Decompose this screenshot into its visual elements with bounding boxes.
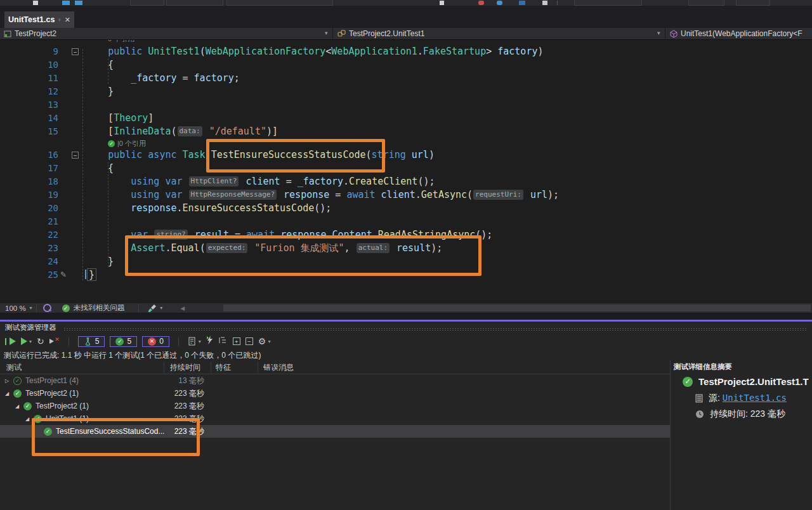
pin-icon[interactable] bbox=[58, 16, 60, 23]
toolbar-combobox-fragment[interactable] bbox=[130, 0, 164, 6]
details-pane-divider[interactable] bbox=[670, 360, 671, 510]
line-number: 17 bbox=[0, 162, 58, 175]
tab-unittest1[interactable]: UnitTest1.cs ✕ bbox=[4, 11, 74, 28]
code-token: EnsureSuccessStatusCode bbox=[183, 202, 315, 214]
toolbar-combobox-fragment[interactable] bbox=[688, 0, 724, 6]
column-separator[interactable] bbox=[164, 362, 164, 372]
test-list-header: 测试持续时间特征错误消息 bbox=[0, 360, 670, 374]
test-tree-row[interactable]: ✓TestEnsureSuccessStatusCod...223 毫秒 bbox=[0, 425, 670, 438]
column-header[interactable]: 持续时间 bbox=[170, 362, 200, 373]
fold-collapse-icon[interactable]: − bbox=[72, 48, 79, 55]
code-token: WebApplication1 bbox=[331, 46, 417, 57]
test-passed-icon: ✓ bbox=[13, 377, 22, 385]
zoom-level[interactable]: 100 % bbox=[5, 304, 26, 312]
document-health-icon[interactable] bbox=[43, 304, 51, 312]
toolbar-icon-fragment[interactable] bbox=[440, 1, 444, 5]
text-cursor bbox=[85, 270, 86, 279]
expanded-expander-icon[interactable]: ◢ bbox=[5, 391, 13, 396]
code-line[interactable]: 13 bbox=[0, 98, 812, 112]
toolbar-combobox-fragment[interactable] bbox=[574, 0, 642, 6]
close-icon[interactable]: ✕ bbox=[65, 16, 70, 24]
code-text: { bbox=[85, 162, 114, 175]
source-link[interactable]: UnitTest1.cs bbox=[723, 393, 787, 403]
code-line[interactable]: 20 response.EnsureSuccessStatusCode(); bbox=[0, 202, 812, 215]
filter-total-button[interactable]: 5 bbox=[78, 336, 105, 347]
run-all-tests-button[interactable] bbox=[5, 337, 16, 345]
code-line[interactable]: 23 Assert.Equal(expected: "Furion 集成测试",… bbox=[0, 242, 812, 255]
code-token: . bbox=[416, 189, 421, 200]
code-line[interactable]: 25✎} bbox=[0, 268, 812, 282]
column-separator[interactable] bbox=[211, 362, 211, 372]
chevron-down-icon[interactable]: ▾ bbox=[657, 30, 660, 36]
toolbar-combobox-fragment[interactable] bbox=[736, 0, 770, 6]
chevron-down-icon[interactable]: ▾ bbox=[199, 339, 201, 344]
scroll-left-icon[interactable]: ◀ bbox=[180, 305, 185, 311]
toolbar-icon-fragment[interactable] bbox=[75, 1, 82, 5]
separator bbox=[36, 304, 37, 312]
code-line[interactable]: 22 var string? result = await response.C… bbox=[0, 228, 812, 242]
code-editor[interactable]: 0 个引用9− public UnitTest1(WebApplicationF… bbox=[0, 40, 812, 303]
toolbar-combobox-fragment[interactable] bbox=[226, 0, 333, 6]
column-header[interactable]: 特征 bbox=[216, 362, 231, 373]
code-line[interactable]: 17 { bbox=[0, 162, 812, 175]
code-line[interactable]: 11 _factory = factory; bbox=[0, 72, 812, 85]
playlist-button[interactable]: ▾ bbox=[188, 337, 201, 346]
toolbar-icon-fragment[interactable] bbox=[497, 1, 502, 5]
code-line[interactable]: 12 } bbox=[0, 85, 812, 98]
column-header[interactable]: 错误消息 bbox=[263, 362, 294, 373]
expand-all-icon[interactable]: + bbox=[233, 337, 240, 345]
toolbar-icon-fragment[interactable] bbox=[542, 1, 547, 5]
toolbar-icon-fragment[interactable] bbox=[519, 1, 525, 5]
expanded-expander-icon[interactable]: ◢ bbox=[15, 403, 23, 409]
test-tree-row[interactable]: ◢✓TestProject2 (1)223 毫秒 bbox=[0, 387, 670, 400]
code-line[interactable]: 18 using var HttpClient? client = _facto… bbox=[0, 175, 812, 188]
code-text: response.EnsureSuccessStatusCode(); bbox=[85, 202, 331, 215]
settings-button[interactable]: ⚙ ▾ bbox=[258, 337, 271, 346]
collapse-all-icon[interactable]: − bbox=[246, 337, 253, 345]
chevron-down-icon[interactable]: ▾ bbox=[268, 339, 270, 344]
test-tree-row[interactable]: ◢✓UnitTest1 (1)223 毫秒 bbox=[0, 412, 670, 425]
clock-icon bbox=[695, 410, 704, 419]
test-tree-row[interactable]: ◢✓TestProject2 (1)223 毫秒 bbox=[0, 400, 670, 412]
codelens-references-link[interactable]: |0 个引用 bbox=[117, 139, 146, 148]
expanded-expander-icon[interactable]: ◢ bbox=[25, 416, 34, 422]
chevron-down-icon[interactable]: ▾ bbox=[160, 305, 162, 311]
toolbar-combobox-fragment[interactable] bbox=[166, 0, 223, 6]
group-by-icon[interactable] bbox=[219, 336, 228, 347]
live-unit-testing-icon[interactable] bbox=[206, 336, 214, 348]
test-tree-row[interactable]: ▷✓TestProject1 (4)13 毫秒 bbox=[0, 374, 670, 387]
breadcrumb-type-dropdown[interactable]: TestProject2.UnitTest1 bbox=[335, 28, 667, 39]
repeat-last-run-icon[interactable]: ↻ bbox=[37, 337, 44, 346]
toolbar-icon-fragment[interactable] bbox=[33, 1, 38, 5]
horizontal-scrollbar-thumb[interactable] bbox=[223, 304, 811, 311]
toolbar-icon-fragment[interactable] bbox=[62, 1, 70, 5]
column-separator[interactable] bbox=[258, 362, 258, 372]
code-line[interactable]: 9− public UnitTest1(WebApplicationFactor… bbox=[0, 45, 812, 58]
code-line[interactable]: 14 [Theory] bbox=[0, 112, 812, 125]
code-token: url bbox=[525, 189, 547, 200]
collapsed-expander-icon[interactable]: ▷ bbox=[5, 378, 13, 384]
chevron-down-icon[interactable]: ▾ bbox=[325, 30, 328, 36]
code-line[interactable]: 10 { bbox=[0, 58, 812, 72]
code-line[interactable]: 15 [InlineData(data: "/default")] bbox=[0, 125, 812, 138]
breadcrumb-member-dropdown[interactable]: UnitTest1(WebApplicationFactory<F bbox=[667, 28, 812, 39]
code-line[interactable]: 24 } bbox=[0, 255, 812, 268]
fold-collapse-icon[interactable]: − bbox=[72, 152, 79, 159]
code-line[interactable]: 21 bbox=[0, 215, 812, 228]
code-text: _factory = factory; bbox=[85, 72, 240, 85]
filter-failed-button[interactable]: ✕ 0 bbox=[142, 336, 169, 347]
breadcrumb-project-dropdown[interactable]: TestProject2 bbox=[0, 28, 336, 39]
chevron-down-icon[interactable]: ▾ bbox=[30, 305, 32, 311]
code-token: var bbox=[165, 176, 188, 187]
filter-passed-button[interactable]: ✓ 5 bbox=[110, 336, 137, 347]
chevron-down-icon[interactable]: ▾ bbox=[29, 339, 32, 344]
code-line[interactable]: 16− public async Task TestEnsureSuccessS… bbox=[0, 148, 812, 162]
code-cleanup-broom-icon[interactable] bbox=[148, 304, 157, 313]
code-token: ); bbox=[547, 189, 559, 200]
cancel-run-icon[interactable]: ✕ bbox=[49, 337, 60, 346]
toolbar-icon-fragment[interactable] bbox=[478, 1, 484, 5]
run-test-button[interactable]: ▾ bbox=[21, 337, 32, 345]
column-header[interactable]: 测试 bbox=[6, 362, 22, 373]
code-line[interactable]: 19 using var HttpResponseMessage? respon… bbox=[0, 188, 812, 202]
panel-drag-handle[interactable] bbox=[63, 327, 807, 330]
